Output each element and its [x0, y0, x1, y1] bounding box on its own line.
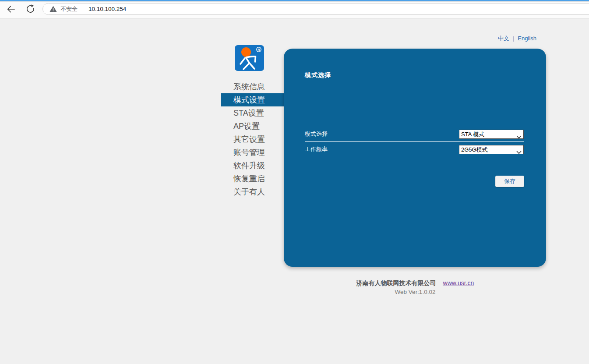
browser-tab-accent-strip	[0, 0, 589, 2]
sidebar-item-系统信息[interactable]: 系统信息	[221, 80, 284, 93]
language-link-english[interactable]: English	[518, 35, 536, 42]
browser-toolbar: 不安全 10.10.100.254	[0, 0, 589, 18]
page-footer: 济南有人物联网技术有限公司www.usr.cn Web Ver:1.0.02	[284, 279, 547, 295]
form-row: 工作频率 2G5G模式	[305, 142, 524, 157]
select-wrap: STA 模式	[459, 130, 524, 139]
language-link-chinese[interactable]: 中文	[498, 35, 509, 42]
refresh-icon	[25, 4, 35, 15]
sidebar-item-关于有人[interactable]: 关于有人	[221, 185, 284, 198]
panel-title: 模式选择	[305, 71, 331, 79]
sidebar-item-STA设置[interactable]: STA设置	[221, 106, 284, 120]
security-label: 不安全	[60, 5, 78, 13]
form-row-label: 工作频率	[305, 145, 328, 153]
address-bar[interactable]: 不安全 10.10.100.254	[42, 3, 589, 15]
sidebar-menu: 系统信息模式设置STA设置AP设置其它设置账号管理软件升级恢复重启关于有人	[221, 80, 284, 198]
registered-mark: R	[257, 48, 260, 52]
form-row-select[interactable]: 2G5G模式	[459, 145, 524, 154]
not-secure-warning-icon	[49, 5, 57, 13]
company-name: 济南有人物联网技术有限公司	[356, 279, 436, 286]
form-row-label: 模式选择	[305, 130, 328, 138]
website-link[interactable]: www.usr.cn	[443, 279, 474, 286]
language-separator: |	[513, 35, 514, 42]
sidebar-item-模式设置[interactable]: 模式设置	[221, 93, 284, 106]
settings-panel: 模式选择 模式选择 STA 模式 工作频率 2G5G模式	[284, 49, 546, 267]
page-background: 中文|English R 系统信息模式设置STA设置AP设置其它设置账号管理软件…	[0, 19, 589, 364]
form-row-select[interactable]: STA 模式	[459, 130, 524, 139]
browser-refresh-button[interactable]	[25, 4, 36, 15]
url-text: 10.10.100.254	[88, 6, 126, 12]
address-separator	[83, 6, 83, 12]
usr-iot-logo: R	[235, 45, 264, 71]
sidebar-item-AP设置[interactable]: AP设置	[221, 120, 284, 133]
save-button[interactable]: 保存	[495, 176, 524, 187]
form-rows: 模式选择 STA 模式 工作频率 2G5G模式	[305, 127, 524, 157]
sidebar-item-恢复重启[interactable]: 恢复重启	[221, 172, 284, 185]
sidebar-item-账号管理[interactable]: 账号管理	[221, 146, 284, 159]
sidebar-item-软件升级[interactable]: 软件升级	[221, 159, 284, 172]
language-switcher: 中文|English	[498, 35, 536, 42]
select-wrap: 2G5G模式	[459, 145, 524, 154]
form-row: 模式选择 STA 模式	[305, 127, 524, 142]
back-arrow-icon	[6, 4, 16, 16]
web-version: Web Ver:1.0.02	[284, 289, 547, 295]
sidebar-item-其它设置[interactable]: 其它设置	[221, 133, 284, 146]
browser-back-button[interactable]	[5, 4, 17, 15]
